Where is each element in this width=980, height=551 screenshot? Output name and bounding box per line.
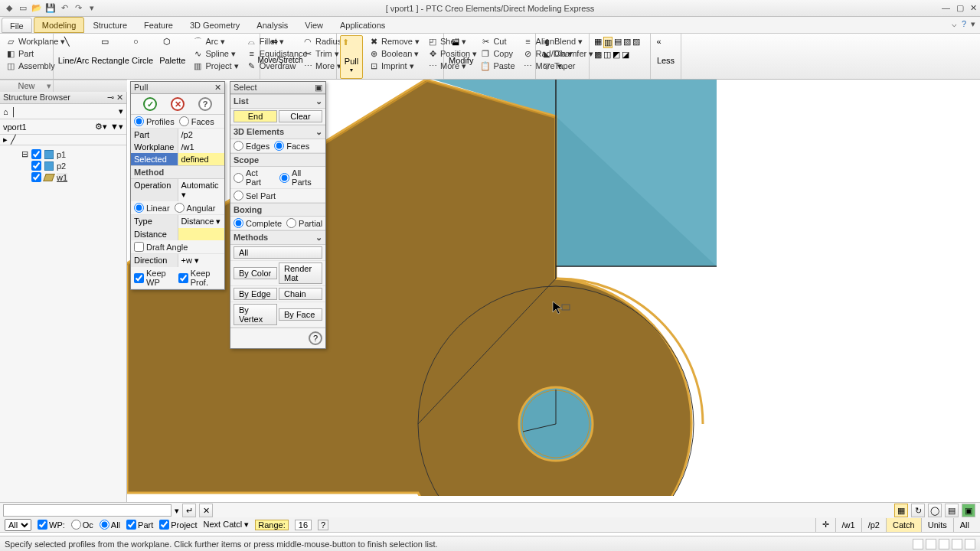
status-catch[interactable]: Catch — [886, 518, 921, 532]
chevron-down-icon[interactable]: ⌄ — [315, 127, 322, 137]
draft-check[interactable]: Draft Angle — [134, 242, 188, 252]
selected-value[interactable]: defined — [178, 153, 225, 165]
copy-button[interactable]: ❐Copy — [478, 47, 517, 60]
palette-button[interactable]: ⬡Palette — [158, 35, 187, 79]
complete-radio[interactable]: Complete — [234, 218, 282, 228]
panel-help-button[interactable]: ? — [309, 331, 322, 345]
project-check[interactable]: Project — [159, 520, 197, 530]
pin-icon[interactable]: ⊸ — [107, 93, 114, 102]
close-icon[interactable]: ✕ — [970, 3, 977, 13]
status-w1[interactable]: /w1 — [835, 518, 861, 532]
help-button[interactable]: ? — [198, 97, 212, 111]
part-check[interactable]: Part — [126, 520, 153, 530]
rendermat-button[interactable]: Render Mat — [279, 262, 322, 284]
tab-analysis[interactable]: Analysis — [248, 17, 296, 33]
clock-icon[interactable]: ◯ — [928, 504, 942, 517]
wp-check[interactable]: WP: — [38, 520, 65, 530]
util-icon[interactable]: ◪ — [622, 50, 629, 60]
project-button[interactable]: ▥Project ▾ — [190, 60, 240, 72]
cmd-dropdown-icon[interactable]: ▾ — [175, 506, 179, 516]
oc-radio[interactable]: Oc — [71, 520, 93, 530]
tab-file[interactable]: File — [2, 18, 32, 33]
util-icon[interactable]: ▩ — [594, 50, 602, 60]
tab-modeling[interactable]: Modeling — [34, 17, 85, 33]
cancel-button[interactable]: ✕ — [171, 97, 185, 111]
help-icon[interactable]: ? — [962, 19, 966, 29]
chain-button[interactable]: Chain — [279, 288, 322, 300]
ok-button[interactable]: ✓ — [143, 97, 157, 111]
modify-button[interactable]: ⬓Modify — [447, 35, 475, 79]
redo-icon[interactable]: ↷ — [72, 2, 84, 15]
linear-radio[interactable]: Linear — [134, 203, 170, 213]
faces-radio[interactable]: Faces — [274, 141, 309, 151]
selected-label[interactable]: Selected — [131, 153, 178, 165]
tree-item-p1[interactable]: ⊟p1 — [3, 148, 123, 160]
tree-item-w1[interactable]: ⊟w1 — [3, 171, 123, 183]
bycolor-button[interactable]: By Color — [234, 267, 277, 279]
refresh-icon[interactable]: ↻ — [911, 504, 925, 517]
tree-item-p2[interactable]: ⊟p2 — [3, 160, 123, 171]
status-all[interactable]: All — [953, 518, 975, 532]
chevron-down-icon[interactable]: ⌄ — [315, 233, 322, 243]
util-icon[interactable]: ▤ — [614, 37, 622, 48]
rectangle-button[interactable]: ▭Rectangle — [93, 35, 127, 79]
status-icon[interactable] — [926, 539, 936, 549]
browser-home-icon[interactable]: ⌂ — [3, 107, 8, 116]
grid-icon[interactable]: ▤ — [945, 504, 959, 517]
end-button[interactable]: End — [234, 110, 277, 122]
workplane-value[interactable]: /w1 — [178, 141, 225, 153]
all-radio[interactable]: All — [100, 520, 120, 530]
view-mode-icon[interactable]: ▦ — [894, 504, 908, 517]
status-icon[interactable] — [939, 539, 949, 549]
selpart-radio[interactable]: Sel Part — [234, 191, 276, 201]
actpart-radio[interactable]: Act Part — [234, 168, 275, 187]
util-icon[interactable]: ▧ — [623, 37, 631, 48]
expand-icon[interactable]: ▸ — [3, 135, 8, 145]
ribbon-min-icon[interactable]: ⌵ — [952, 19, 957, 29]
status-icon[interactable] — [952, 539, 962, 549]
status-p2[interactable]: /p2 — [861, 518, 886, 532]
enter-button[interactable]: ↵ — [182, 504, 196, 517]
command-input[interactable] — [3, 504, 172, 517]
movestretch-button[interactable]: ⇔Move/Stretch — [263, 35, 297, 79]
root-node[interactable]: vport1 — [3, 122, 92, 132]
pull-button[interactable]: ⬆Pull▾ — [340, 35, 363, 79]
allparts-radio[interactable]: All Parts — [279, 168, 322, 187]
tab-3d-geometry[interactable]: 3D Geometry — [181, 17, 248, 33]
range-value[interactable]: 16 — [295, 520, 312, 530]
faces-radio[interactable]: Faces — [179, 116, 214, 126]
paste-button[interactable]: 📋Paste — [478, 60, 517, 72]
circle-button[interactable]: ○Circle — [130, 35, 155, 79]
keepwp-check[interactable]: Keep WP — [134, 269, 174, 287]
util-icon[interactable]: ▨ — [632, 37, 640, 48]
minimize-icon[interactable]: — — [942, 3, 950, 13]
new-icon[interactable]: ▭ — [17, 2, 29, 15]
partial-radio[interactable]: Partial — [286, 218, 322, 228]
chamfer-button[interactable]: ◣Chamfer ▾ — [539, 47, 596, 60]
nextcatch-button[interactable]: Next Catcl ▾ — [204, 520, 250, 530]
tab-structure[interactable]: Structure — [84, 17, 136, 33]
cut-button[interactable]: ✂Cut — [478, 35, 517, 47]
arc-button[interactable]: ⌒Arc ▾ — [190, 35, 240, 47]
distance-input[interactable] — [178, 228, 225, 240]
boolean-button[interactable]: ⊕Boolean ▾ — [366, 47, 422, 60]
status-icon[interactable] — [913, 539, 923, 549]
filter-icon[interactable]: ▾ — [119, 106, 123, 116]
save-icon[interactable]: 💾 — [44, 2, 57, 15]
util-icon[interactable]: ▦ — [594, 37, 602, 48]
blend-button[interactable]: ◖Blend ▾ — [539, 35, 596, 47]
imprint-button[interactable]: ⊡Imprint ▾ — [366, 60, 422, 72]
restore-icon[interactable]: ▢ — [956, 3, 964, 13]
close-panel-icon[interactable]: ✕ — [116, 93, 123, 102]
pull-close-icon[interactable]: ✕ — [214, 83, 221, 93]
operation-select[interactable]: Automatic ▾ — [178, 179, 225, 201]
tab-feature[interactable]: Feature — [136, 17, 181, 33]
tree-opt-icon[interactable]: ⚙▾ — [95, 122, 107, 132]
qat-more-icon[interactable]: ▾ — [86, 2, 98, 15]
snap-icon[interactable]: ▣ — [962, 504, 975, 517]
all-button[interactable]: All — [234, 246, 322, 259]
byvertex-button[interactable]: By Vertex — [234, 304, 277, 325]
byedge-button[interactable]: By Edge — [234, 288, 277, 300]
select-close-icon[interactable]: ▣ — [315, 83, 322, 93]
clear-button[interactable]: Clear — [279, 110, 322, 122]
